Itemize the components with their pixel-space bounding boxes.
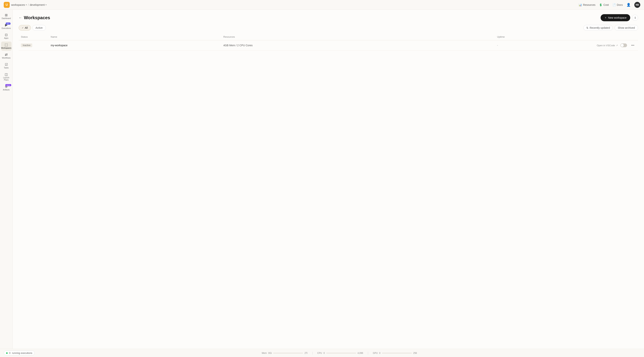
bottom-bar: 0 running executions Mem 0Gi 2Ti | CPU 0… (0, 349, 644, 357)
filter-right: ⇅ Recently updated Show archived (584, 25, 638, 31)
execution-status-dot (6, 352, 8, 354)
breadcrumb-separator: / (28, 3, 29, 6)
gpu-label: GPU (373, 352, 378, 354)
col-resources: Resources (221, 34, 495, 40)
workspace-resources-cell: 4GB Mem / 2 CPU Cores (221, 40, 495, 51)
table-body: Inactive my-workspace 4GB Mem / 2 CPU Co… (19, 40, 638, 51)
alpha-badge: Alpha (6, 84, 11, 86)
workspace-uptime: - (497, 44, 498, 47)
workspace-toggle[interactable] (620, 44, 627, 47)
show-archived-button[interactable]: Show archived (614, 25, 638, 31)
gpu-min: 0 (379, 352, 380, 354)
sidebar-item-dashboard[interactable]: ⊞ Dashboard (1, 12, 12, 21)
tasks-icon: ☑ (5, 63, 8, 66)
mem-max: 2Ti (304, 352, 308, 354)
running-executions[interactable]: 0 running executions (4, 351, 35, 355)
gpu-max: 256 (413, 352, 417, 354)
sort-button[interactable]: ⇅ Recently updated (584, 25, 613, 31)
docs-nav-link[interactable]: 📄 Docs (612, 3, 623, 6)
col-name: Name (48, 34, 221, 40)
main-layout: ⊞ Dashboard New ▶ Executions ⊡ Apps ⬚ Wo… (0, 10, 644, 349)
external-link-icon: ↗ (616, 44, 618, 47)
filter-bar: ✓ All Active ⇅ Recently updated Show arc… (19, 25, 638, 31)
sidebar-item-launch-plans[interactable]: ◫ Launch Plans (1, 71, 12, 83)
docs-icon: 📄 (612, 3, 616, 6)
plus-icon: ＋ (604, 16, 607, 20)
topnav-left: U workspaces ▾ / development ▾ (4, 2, 46, 8)
sidebar: ⊞ Dashboard New ▶ Executions ⊡ Apps ⬚ Wo… (0, 10, 13, 349)
user-menu-icon[interactable]: 👤 (626, 3, 630, 7)
workspace-table: Status Name Resources Uptime Inactive my… (19, 34, 638, 51)
check-icon: ✓ (22, 27, 24, 29)
tab-all[interactable]: ✓ All (19, 25, 31, 31)
table-actions: Open in VSCode ↗ ••• (596, 43, 636, 48)
col-status: Status (19, 34, 48, 40)
page-header-left: ← Workspaces (19, 15, 50, 20)
cpu-label: CPU (317, 352, 322, 354)
sidebar-item-workspaces[interactable]: ⬚ Workspaces (1, 42, 12, 51)
sort-icon: ⇅ (586, 26, 588, 29)
breadcrumb-environment[interactable]: development ▾ (30, 3, 46, 6)
col-actions (593, 34, 638, 40)
mem-meter: Mem 0Gi 2Ti (262, 352, 308, 354)
app-logo[interactable]: U (4, 2, 10, 8)
workspaces-icon: ⬚ (5, 43, 8, 47)
cpu-max: 4,096 (358, 352, 363, 354)
cpu-min: 0 (324, 352, 325, 354)
sidebar-item-workflows[interactable]: ⇄ Workflows (1, 52, 12, 61)
new-badge: New (6, 23, 10, 25)
avatar[interactable]: NB (634, 2, 640, 8)
launch-plans-icon: ◫ (5, 73, 8, 76)
bar-chart-icon: 📊 (578, 3, 582, 6)
gpu-meter: GPU 0 256 (373, 352, 417, 354)
more-options-button[interactable]: ••• (630, 43, 636, 48)
sidebar-item-executions[interactable]: New ▶ Executions (1, 22, 12, 31)
dashboard-icon: ⊞ (5, 14, 8, 17)
breadcrumb-env-chevron-icon: ▾ (46, 4, 46, 6)
top-nav: U workspaces ▾ / development ▾ 📊 Resourc… (0, 0, 644, 10)
breadcrumb: workspaces ▾ / development ▾ (11, 3, 46, 6)
topnav-right: 📊 Resources 💲 Cost 📄 Docs 👤 NB (578, 2, 640, 8)
executions-label: running executions (12, 351, 32, 354)
dollar-icon: 💲 (599, 3, 602, 6)
tab-active[interactable]: Active (32, 25, 46, 31)
sidebar-item-artifacts[interactable]: Alpha ⊕ Artifacts (1, 83, 12, 93)
mem-min: 0Gi (268, 352, 272, 354)
resource-meters: Mem 0Gi 2Ti | CPU 0 4,096 | GPU 0 256 (38, 351, 640, 355)
apps-icon: ⊡ (5, 33, 8, 37)
col-uptime: Uptime (495, 34, 593, 40)
workspace-name-cell: my-workspace (48, 40, 221, 51)
mem-label: Mem (262, 352, 267, 354)
sidebar-item-tasks[interactable]: ☑ Tasks (1, 61, 12, 71)
meter-separator-1: | (312, 351, 313, 355)
back-button[interactable]: ← (19, 16, 22, 20)
workflows-icon: ⇄ (5, 53, 8, 56)
workspace-actions-cell: Open in VSCode ↗ ••• (593, 40, 638, 51)
page-title: Workspaces (24, 15, 50, 20)
mem-track (273, 353, 303, 353)
resources-nav-link[interactable]: 📊 Resources (578, 3, 595, 6)
page-header-right: ＋ New workspace ℹ (600, 14, 638, 21)
breadcrumb-chevron-icon: ▾ (26, 4, 27, 6)
cost-nav-link[interactable]: 💲 Cost (599, 3, 609, 6)
gpu-track (382, 353, 412, 353)
ellipsis-icon: ••• (631, 44, 634, 47)
cpu-meter: CPU 0 4,096 (317, 352, 363, 354)
breadcrumb-workspaces[interactable]: workspaces ▾ (11, 3, 27, 6)
status-badge: Inactive (21, 44, 32, 47)
workspace-resources: 4GB Mem / 2 CPU Cores (223, 44, 252, 47)
filter-tabs: ✓ All Active (19, 25, 46, 31)
table-header: Status Name Resources Uptime (19, 34, 638, 40)
table-row: Inactive my-workspace 4GB Mem / 2 CPU Co… (19, 40, 638, 51)
info-icon: ℹ (635, 16, 636, 19)
open-vscode-button[interactable]: Open in VSCode ↗ (597, 44, 618, 47)
meter-separator-2: | (368, 351, 368, 355)
sidebar-item-apps[interactable]: ⊡ Apps (1, 32, 12, 41)
workspace-name[interactable]: my-workspace (51, 44, 68, 47)
new-workspace-button[interactable]: ＋ New workspace (600, 14, 630, 21)
info-button[interactable]: ℹ (632, 15, 638, 21)
main-content: ← Workspaces ＋ New workspace ℹ ✓ All (13, 10, 644, 349)
executions-count: 0 (9, 351, 10, 354)
workspace-status-cell: Inactive (19, 40, 48, 51)
page-header: ← Workspaces ＋ New workspace ℹ (19, 14, 638, 21)
